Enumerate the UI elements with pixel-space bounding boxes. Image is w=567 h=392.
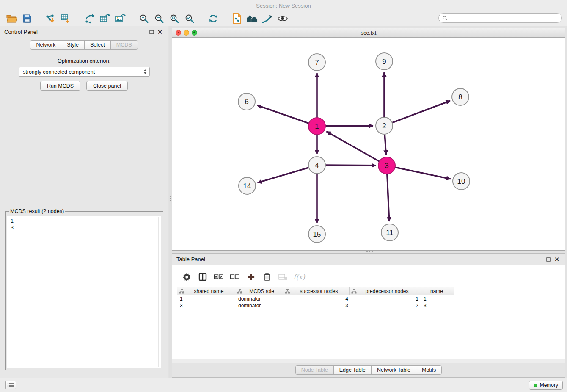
graph-node-label-11: 11 <box>386 229 394 237</box>
apply-style-button[interactable] <box>260 12 275 25</box>
tree-icon <box>351 289 357 294</box>
search-field[interactable] <box>438 13 562 23</box>
import-table-button[interactable] <box>58 12 74 25</box>
graph-edge-4-14[interactable] <box>258 167 309 182</box>
vertical-splitter[interactable] <box>169 26 172 378</box>
delete-button[interactable] <box>260 270 274 284</box>
first-neighbors-houses-icon <box>246 14 259 23</box>
show-column-button[interactable] <box>196 270 209 284</box>
graph-edge-3-10[interactable] <box>395 167 451 179</box>
network-graph[interactable]: 7968124314101511 <box>172 38 565 250</box>
cell-successor-nodes: 4 <box>284 296 351 302</box>
tab-edge-table[interactable]: Edge Table <box>333 365 372 375</box>
optimization-criterion-label: Optimization criterion: <box>0 58 168 64</box>
export-table-button[interactable] <box>97 12 113 25</box>
column-label: successor nodes <box>290 288 347 294</box>
column-header-mcds-role[interactable]: MCDS role <box>235 287 283 295</box>
graph-node-label-6: 6 <box>245 98 248 106</box>
delete-table-button[interactable] <box>276 270 290 284</box>
add-button[interactable] <box>244 270 258 284</box>
new-network-document-icon <box>232 13 242 24</box>
network-window-title: scc.txt <box>361 30 377 36</box>
zoom-in-button[interactable] <box>136 12 151 25</box>
refresh-button[interactable] <box>206 12 221 25</box>
run-mcds-button[interactable]: Run MCDS <box>40 81 80 91</box>
column-label: predecessor nodes <box>357 288 417 294</box>
tab-select[interactable]: Select <box>84 40 111 50</box>
import-network-button[interactable] <box>43 12 58 25</box>
zoom-fit-button[interactable] <box>167 12 182 25</box>
tab-motifs[interactable]: Motifs <box>416 365 442 375</box>
select-all-button[interactable] <box>212 270 226 284</box>
export-table-icon <box>99 14 110 24</box>
export-network-icon <box>84 14 95 24</box>
control-panel-title: Control Panel <box>4 29 38 35</box>
graph-node-label-4: 4 <box>315 161 319 169</box>
graph-edge-3-1[interactable] <box>327 132 380 162</box>
export-network-button[interactable] <box>82 12 97 25</box>
criterion-dropdown-value: strongly connected component <box>23 69 95 75</box>
table-row[interactable]: 3 dominator 3 2 3 <box>177 302 457 309</box>
tab-style[interactable]: Style <box>61 40 85 50</box>
table-panel-title: Table Panel <box>176 256 205 262</box>
graph-edge-2-3[interactable] <box>385 134 386 155</box>
save-button[interactable] <box>19 12 35 25</box>
column-label: name <box>421 288 452 294</box>
table-panel-float-button[interactable] <box>545 256 552 263</box>
window-close-button[interactable]: × <box>176 30 181 36</box>
show-hide-button[interactable] <box>275 12 290 25</box>
delete-table-icon <box>278 273 288 281</box>
tab-network-table[interactable]: Network Table <box>371 365 416 375</box>
mcds-result-box: MCDS result (2 nodes) 1 3 <box>5 208 163 370</box>
close-panel-button[interactable]: Close panel <box>86 81 128 91</box>
graph-edge-4-3[interactable] <box>325 165 376 166</box>
graph-edge-1-6[interactable] <box>257 105 310 124</box>
column-header-shared-name[interactable]: shared name <box>177 287 235 295</box>
trash-icon <box>263 273 271 281</box>
table-tabbar: Node Table Edge Table Network Table Moti… <box>172 363 565 377</box>
main-toolbar <box>0 11 567 26</box>
cell-predecessor-nodes: 1 <box>351 296 421 302</box>
graph-node-label-9: 9 <box>382 58 386 66</box>
table-settings-button[interactable] <box>180 270 193 284</box>
mcds-result-line: 1 <box>11 218 161 224</box>
cell-name: 1 <box>421 296 457 302</box>
first-neighbors-button[interactable] <box>245 12 260 25</box>
float-window-icon <box>546 257 551 262</box>
memory-button[interactable]: Memory <box>529 381 563 390</box>
open-file-button[interactable] <box>4 12 19 25</box>
close-icon: ✕ <box>554 256 560 262</box>
plus-icon: + <box>193 31 195 35</box>
graph-edge-2-8[interactable] <box>392 101 450 123</box>
window-zoom-button[interactable]: + <box>192 30 197 36</box>
network-canvas[interactable]: 7968124314101511 <box>172 38 565 250</box>
mcds-result-line: 3 <box>11 224 161 231</box>
table-panel-close-button[interactable]: ✕ <box>553 256 561 263</box>
table-row[interactable]: 1 dominator 4 1 1 <box>177 295 457 302</box>
column-header-predecessor-nodes[interactable]: predecessor nodes <box>349 287 419 295</box>
export-image-button[interactable] <box>113 12 128 25</box>
mcds-result-title: MCDS result (2 nodes) <box>9 208 65 214</box>
graph-edge-1-2[interactable] <box>325 126 373 126</box>
graph-node-label-3: 3 <box>385 162 388 170</box>
zoom-fit-icon <box>169 14 179 24</box>
tab-mcds[interactable]: MCDS <box>110 40 138 50</box>
column-header-name[interactable]: name <box>419 287 454 295</box>
control-panel-float-button[interactable] <box>148 28 155 36</box>
tab-node-table[interactable]: Node Table <box>295 365 334 375</box>
minimize-icon: – <box>185 31 187 35</box>
criterion-dropdown[interactable]: strongly connected component <box>19 67 150 77</box>
export-image-icon <box>115 14 126 24</box>
function-builder-button[interactable]: f(x) <box>292 270 306 284</box>
zoom-out-button[interactable] <box>151 12 167 25</box>
tab-network[interactable]: Network <box>30 40 61 50</box>
task-history-button[interactable] <box>5 381 16 389</box>
control-panel-close-button[interactable]: ✕ <box>156 28 164 36</box>
search-input[interactable] <box>450 15 558 21</box>
new-network-from-selection-button[interactable] <box>229 12 245 25</box>
zoom-selected-button[interactable] <box>182 12 197 25</box>
column-header-successor-nodes[interactable]: successor nodes <box>283 287 350 295</box>
window-minimize-button[interactable]: – <box>184 30 189 36</box>
graph-edge-3-11[interactable] <box>387 174 389 221</box>
deselect-all-button[interactable] <box>228 270 242 284</box>
